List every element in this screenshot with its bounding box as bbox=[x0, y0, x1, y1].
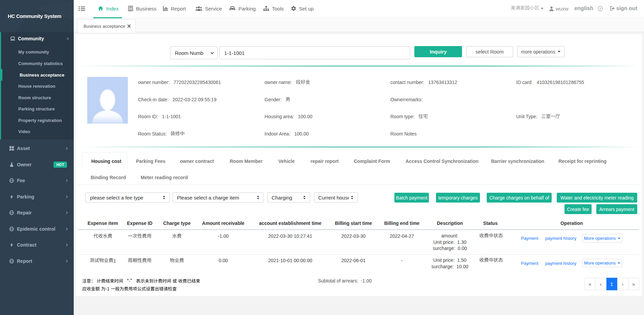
svg-text:?: ? bbox=[599, 7, 601, 10]
